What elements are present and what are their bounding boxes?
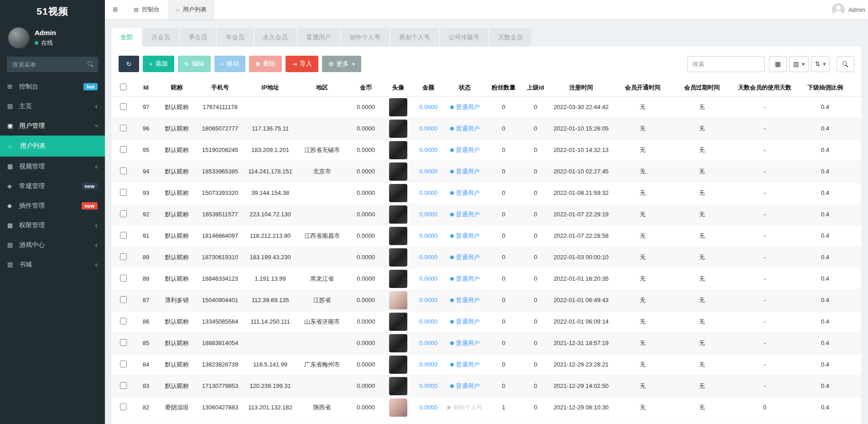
delete-button[interactable]: ✖删除 <box>249 56 282 72</box>
amount-link[interactable]: 0.0000 <box>419 104 437 110</box>
cell-parent-id: 0 <box>522 96 549 118</box>
menu-toggle-icon[interactable]: ≡ <box>105 0 125 19</box>
sidebar-item-video-mgmt[interactable]: ▦视频管理‹ <box>0 157 105 176</box>
filter-tabs: 全部月会员季会员年会员永久会员普通用户创作个人号原创个人号公司传媒号天数会员 <box>112 28 861 47</box>
cell-fans: 0 <box>485 268 522 289</box>
refresh-icon: ↻ <box>126 61 131 68</box>
row-checkbox[interactable] <box>120 318 127 325</box>
filter-tab[interactable]: 公司传媒号 <box>440 28 489 47</box>
amount-link[interactable]: 0.0000 <box>419 404 437 411</box>
sidebar-subitem-user-list[interactable]: ○用户列表 <box>0 136 105 157</box>
columns-button[interactable]: ▥▾ <box>789 56 809 72</box>
filter-tab[interactable]: 年会员 <box>217 28 253 47</box>
filter-tab[interactable]: 原创个人号 <box>390 28 439 47</box>
cell-vip-start: 无 <box>613 311 672 332</box>
cell-phone: 17130779853 <box>196 375 244 397</box>
sidebar-item-user-mgmt[interactable]: ▣用户管理‹ <box>0 116 105 136</box>
cell-ratio: 0.4 <box>798 246 852 268</box>
sidebar-item-general-mgmt[interactable]: ◈常规管理new <box>0 176 105 196</box>
amount-link[interactable]: 0.0000 <box>419 275 437 282</box>
cell-id: 97 <box>135 96 157 118</box>
row-checkbox[interactable] <box>120 103 127 110</box>
row-checkbox[interactable] <box>120 403 127 410</box>
amount-link[interactable]: 0.0000 <box>419 297 437 304</box>
cell-status: 普通用户 <box>444 204 485 225</box>
user-photo <box>389 377 407 395</box>
amount-link[interactable]: 0.0000 <box>419 189 437 196</box>
edit-button[interactable]: ✎编辑 <box>178 56 211 72</box>
cell-fans: 0 <box>485 225 522 246</box>
cell-coins: 0.0000 <box>348 161 384 182</box>
filter-tab[interactable]: 天数会员 <box>489 28 531 47</box>
cell-extra <box>852 225 861 246</box>
import-icon: ⇥ <box>292 61 297 68</box>
user-name: Admin <box>35 29 56 37</box>
import-button[interactable]: ⇥导入 <box>286 56 318 72</box>
table-view-button[interactable]: ▦ <box>769 56 787 72</box>
amount-link[interactable]: 0.0000 <box>419 232 437 239</box>
amount-link[interactable]: 0.0000 <box>419 125 437 132</box>
filter-tab[interactable]: 普通用户 <box>298 28 340 47</box>
add-button[interactable]: +添加 <box>143 56 174 72</box>
select-all-checkbox[interactable] <box>120 84 127 90</box>
row-checkbox[interactable] <box>120 275 127 282</box>
amount-link[interactable]: 0.0000 <box>419 254 437 261</box>
cell-vip-start: 无 <box>613 204 672 225</box>
table-search-input[interactable] <box>687 56 765 72</box>
filter-tab[interactable]: 创作个人号 <box>341 28 390 47</box>
cell-ratio: 0.4 <box>798 118 852 139</box>
row-checkbox[interactable] <box>120 361 127 367</box>
cell-id: 94 <box>135 161 157 182</box>
amount-link[interactable]: 0.0000 <box>419 318 437 325</box>
row-checkbox[interactable] <box>120 253 127 260</box>
sidebar-item-plugin-mgmt[interactable]: ◆插件管理new <box>0 196 105 215</box>
amount-link[interactable]: 0.0000 <box>419 168 437 175</box>
row-checkbox[interactable] <box>120 210 127 217</box>
circle-icon: ○ <box>8 143 20 150</box>
topbar-tab-user-list[interactable]: ○用户列表 <box>168 0 215 19</box>
search-submit-button[interactable] <box>837 56 854 72</box>
move-button[interactable]: +移动 <box>214 56 246 72</box>
cell-days-used: 0 <box>732 397 798 418</box>
cell-reg-time: 2022-03-30 22:44:42 <box>549 96 613 118</box>
filter-tab[interactable]: 月会员 <box>143 28 179 47</box>
topbar-tab-console[interactable]: ⊞控制台 <box>125 0 168 19</box>
cell-phone: 18065072777 <box>196 118 244 139</box>
cell-amount: 0.0000 <box>412 96 444 118</box>
filter-tab[interactable]: 季会员 <box>180 28 216 47</box>
export-button[interactable]: ⇅▾ <box>811 56 830 72</box>
status-badge: 普通用户 <box>450 318 480 326</box>
row-checkbox[interactable] <box>120 232 127 239</box>
table-row: 86默认昵称13345085564111.14.250.111山东省济南市0.0… <box>112 311 861 332</box>
sidebar-search-input[interactable] <box>7 57 98 72</box>
topbar-user[interactable]: Admin <box>832 0 868 19</box>
sidebar-item-home[interactable]: ▤主页‹ <box>0 96 105 116</box>
sidebar-item-book-city[interactable]: ▤书城‹ <box>0 255 105 274</box>
sidebar-item-console[interactable]: ⊞控制台hot <box>0 77 105 96</box>
more-button[interactable]: ⚙更多▾ <box>322 56 361 72</box>
cell-region <box>296 118 348 139</box>
sidebar-item-perm-mgmt[interactable]: ▩权限管理‹ <box>0 215 105 235</box>
status-badge: 普通用户 <box>450 253 480 262</box>
row-checkbox[interactable] <box>120 146 127 153</box>
row-checkbox[interactable] <box>120 339 127 346</box>
cell-parent-id: 0 <box>522 182 549 204</box>
cell-vip-start: 无 <box>613 246 672 268</box>
filter-tab[interactable]: 全部 <box>112 28 141 47</box>
amount-link[interactable]: 0.0000 <box>419 382 437 389</box>
caret-down-icon: ▾ <box>823 61 826 67</box>
amount-link[interactable]: 0.0000 <box>419 211 437 218</box>
row-checkbox[interactable] <box>120 382 127 389</box>
row-checkbox[interactable] <box>120 296 127 303</box>
amount-link[interactable]: 0.0000 <box>419 147 437 153</box>
row-checkbox[interactable] <box>120 168 127 174</box>
row-checkbox[interactable] <box>120 125 127 131</box>
caret-down-icon: ▾ <box>802 61 805 67</box>
sidebar-item-game-center[interactable]: ▤游戏中心‹ <box>0 235 105 255</box>
refresh-button[interactable]: ↻ <box>119 56 139 72</box>
row-checkbox[interactable] <box>120 189 127 196</box>
amount-link[interactable]: 0.0000 <box>419 361 437 368</box>
filter-tab[interactable]: 永久会员 <box>255 28 296 47</box>
cell-extra <box>852 161 861 182</box>
amount-link[interactable]: 0.0000 <box>419 340 437 346</box>
